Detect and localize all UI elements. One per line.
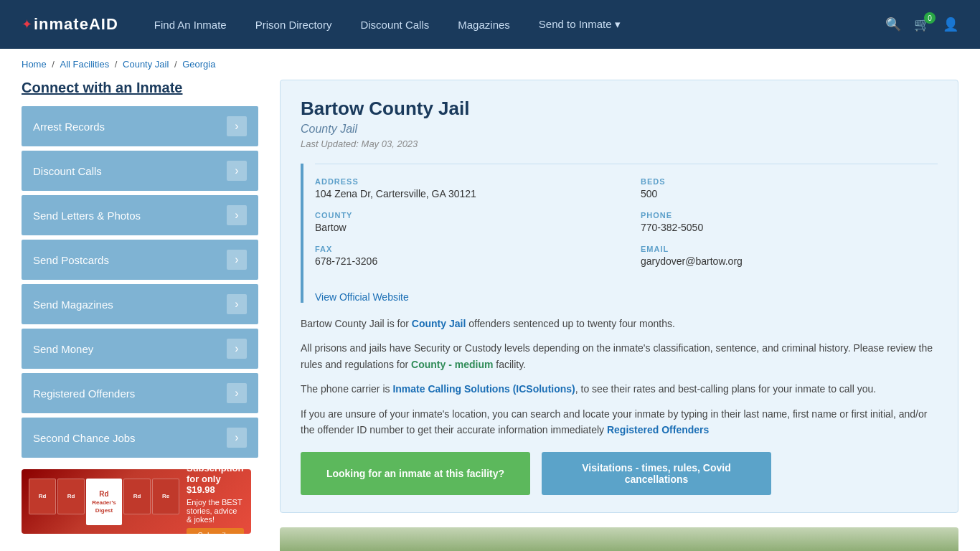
arrow-icon-second-chance-jobs: › [227,428,247,448]
sidebar-label-send-letters: Send Letters & Photos [33,209,141,222]
sidebar-label-second-chance-jobs: Second Chance Jobs [33,432,136,444]
logo-text: inmateAID [34,15,118,34]
nav-send-to-inmate[interactable]: Send to Inmate ▾ [539,18,621,31]
ad-mag-1: Rd [29,479,56,514]
arrow-icon-send-letters: › [227,205,247,225]
sidebar-label-send-postcards: Send Postcards [33,254,109,266]
site-header: ✦ inmateAID Find An Inmate Prison Direct… [0,0,980,49]
icsolutions-link[interactable]: Inmate Calling Solutions (ICSolutions) [392,383,575,395]
facility-desc-4: If you are unsure of your inmate's locat… [301,406,938,438]
sidebar-item-send-letters[interactable]: Send Letters & Photos › [22,195,258,235]
sidebar-item-send-postcards[interactable]: Send Postcards › [22,240,258,280]
breadcrumb-state[interactable]: Georgia [182,59,215,70]
facility-aerial-image [280,527,958,551]
facility-desc-2: All prisons and jails have Security or C… [301,340,938,372]
looking-for-inmate-button[interactable]: Looking for an inmate at this facility? [301,452,530,495]
facility-desc-3: The phone carrier is Inmate Calling Solu… [301,381,938,397]
arrow-icon-send-money: › [227,339,247,359]
breadcrumb: Home / All Facilities / County Jail / Ge… [0,49,980,80]
ad-subtitle: Enjoy the BEST stories, advice & jokes! [187,498,244,524]
facility-name: Bartow County Jail [301,98,938,120]
sidebar-label-registered-offenders: Registered Offenders [33,387,135,400]
facility-type: County Jail [301,123,938,136]
main-nav: Find An Inmate Prison Directory Discount… [154,18,864,31]
county-jail-link-1[interactable]: County Jail [412,318,466,329]
address-label: ADDRESS [315,177,612,186]
arrow-icon-discount-calls: › [227,161,247,181]
sidebar-item-arrest-records[interactable]: Arrest Records › [22,106,258,146]
ad-mag-3: Rd [123,479,151,514]
info-grid: ADDRESS 104 Zena Dr, Cartersville, GA 30… [315,164,938,280]
nav-magazines[interactable]: Magazines [458,19,510,31]
email-block: EMAIL garydover@bartow.org [641,245,938,267]
county-block: COUNTY Bartow [315,211,612,233]
logo[interactable]: ✦ inmateAID [22,15,118,34]
ad-banner[interactable]: Rd Rd RdReader'sDigest Rd Re 1 Year Subs… [22,469,251,534]
action-buttons: Looking for an inmate at this facility? … [301,452,938,495]
sidebar-item-registered-offenders[interactable]: Registered Offenders › [22,373,258,413]
phone-value: 770-382-5050 [641,222,938,233]
beds-value: 500 [641,188,938,199]
visitation-button[interactable]: Visitations - times, rules, Covid cancel… [542,452,771,495]
ad-text-area: 1 Year Subscription for only $19.98 Enjo… [187,469,244,534]
nav-find-inmate[interactable]: Find An Inmate [154,19,227,31]
search-icon[interactable]: 🔍 [885,17,901,32]
county-medium-link[interactable]: County - medium [411,359,493,370]
sidebar-label-arrest-records: Arrest Records [33,121,105,133]
arrow-icon-send-postcards: › [227,250,247,270]
sidebar: Connect with an Inmate Arrest Records › … [22,80,258,534]
beds-label: BEDS [641,177,938,186]
ad-mag-main: RdReader'sDigest [86,479,122,525]
user-icon[interactable]: 👤 [943,17,958,32]
beds-block: BEDS 500 [641,177,938,199]
phone-block: PHONE 770-382-5050 [641,211,938,233]
fax-block: FAX 678-721-3206 [315,245,612,267]
nav-prison-directory[interactable]: Prison Directory [255,19,332,31]
arrow-icon-arrest-records: › [227,116,247,136]
ad-mag-4: Re [152,479,179,514]
fax-value: 678-721-3206 [315,255,612,267]
sidebar-item-send-money[interactable]: Send Money › [22,329,258,369]
header-icons: 🔍 🛒 0 👤 [885,17,958,32]
sidebar-title: Connect with an Inmate [22,80,258,96]
breadcrumb-home[interactable]: Home [22,59,47,70]
address-value: 104 Zena Dr, Cartersville, GA 30121 [315,188,612,199]
fax-label: FAX [315,245,612,253]
facility-desc-1: Bartow County Jail is for County Jail of… [301,316,938,331]
main-content: Connect with an Inmate Arrest Records › … [0,80,980,551]
ad-mag-2: Rd [57,479,85,514]
sidebar-label-send-magazines: Send Magazines [33,298,113,311]
logo-icon: ✦ [22,17,32,32]
email-label: EMAIL [641,245,938,253]
registered-offenders-link[interactable]: Registered Offenders [607,424,709,435]
arrow-icon-send-magazines: › [227,294,247,314]
nav-discount-calls[interactable]: Discount Calls [360,19,429,31]
facility-updated: Last Updated: May 03, 2023 [301,138,938,149]
email-value: garydover@bartow.org [641,255,938,267]
facility-card: Bartow County Jail County Jail Last Upda… [280,80,958,513]
sidebar-item-second-chance-jobs[interactable]: Second Chance Jobs › [22,418,258,458]
county-label: COUNTY [315,211,612,220]
sidebar-label-discount-calls: Discount Calls [33,165,102,177]
ad-title: 1 Year Subscription for only $19.98 [187,469,244,495]
breadcrumb-county-jail[interactable]: County Jail [123,59,169,70]
county-value: Bartow [315,222,612,233]
arrow-icon-registered-offenders: › [227,383,247,403]
ad-subscribe-button[interactable]: Subscribe Now [187,528,244,534]
right-content: Bartow County Jail County Jail Last Upda… [280,80,958,551]
website-link[interactable]: View Official Website [315,291,409,303]
ad-magazine-stack: Rd Rd RdReader'sDigest Rd Re [29,479,179,525]
sidebar-label-send-money: Send Money [33,343,93,355]
address-block: ADDRESS 104 Zena Dr, Cartersville, GA 30… [315,177,612,199]
sidebar-item-send-magazines[interactable]: Send Magazines › [22,284,258,324]
sidebar-item-discount-calls[interactable]: Discount Calls › [22,151,258,191]
facility-details: ADDRESS 104 Zena Dr, Cartersville, GA 30… [301,164,938,303]
breadcrumb-all-facilities[interactable]: All Facilities [60,59,110,70]
cart-icon[interactable]: 🛒 0 [914,17,930,32]
phone-label: PHONE [641,211,938,220]
cart-badge: 0 [924,12,936,24]
